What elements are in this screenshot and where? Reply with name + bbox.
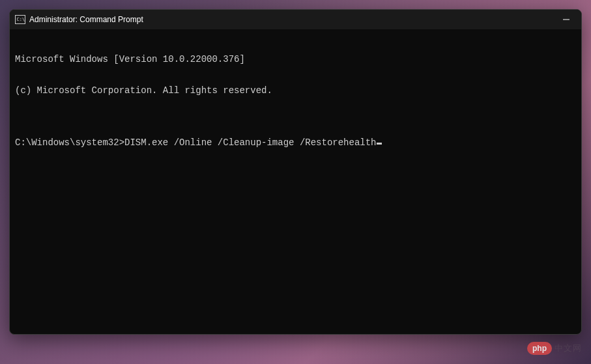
svg-text:C:\: C:\: [17, 17, 25, 22]
command-prompt-window: C:\ Administrator: Command Prompt Micros…: [9, 9, 582, 335]
minimize-button[interactable]: [551, 10, 581, 29]
window-controls: [551, 10, 581, 29]
prompt-line: C:\Windows\system32>DISM.exe /Online /Cl…: [15, 137, 576, 148]
cursor: [377, 143, 382, 145]
terminal-output[interactable]: Microsoft Windows [Version 10.0.22000.37…: [10, 29, 581, 334]
output-line: (c) Microsoft Corporation. All rights re…: [15, 85, 576, 96]
window-title: Administrator: Command Prompt: [29, 15, 143, 24]
command-input: DISM.exe /Online /Cleanup-image /Restore…: [124, 137, 376, 148]
prompt-path: C:\Windows\system32>: [15, 137, 124, 148]
cmd-icon: C:\: [15, 15, 25, 24]
watermark: php 中文网: [527, 342, 582, 355]
watermark-badge: php: [527, 342, 552, 355]
output-line: Microsoft Windows [Version 10.0.22000.37…: [15, 54, 576, 64]
watermark-text: 中文网: [555, 343, 582, 354]
window-titlebar[interactable]: C:\ Administrator: Command Prompt: [10, 10, 581, 29]
